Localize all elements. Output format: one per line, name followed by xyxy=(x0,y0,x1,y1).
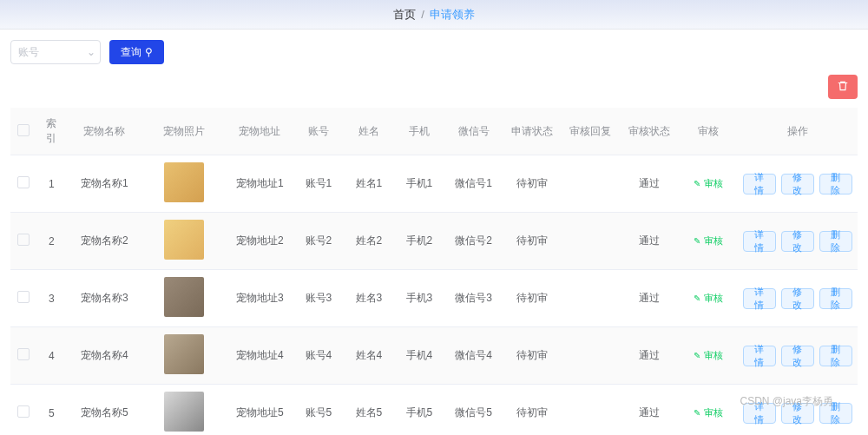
table-row: 2宠物名称2宠物地址2账号2姓名2手机2微信号2待初审通过✎审核详情修改删除 xyxy=(10,213,858,270)
cell-audit-status: 通过 xyxy=(620,385,678,436)
cell-username: 姓名2 xyxy=(344,213,394,270)
cell-apply-status: 待初审 xyxy=(503,270,561,327)
th-audit-status: 审核状态 xyxy=(620,108,678,155)
edit-button[interactable]: 修改 xyxy=(781,288,814,309)
edit-icon: ✎ xyxy=(694,408,700,418)
cell-audit-reply xyxy=(562,213,620,270)
th-wechat: 微信号 xyxy=(444,108,503,155)
audit-link-label: 审核 xyxy=(704,349,723,362)
breadcrumb-sep: / xyxy=(421,8,424,21)
audit-link[interactable]: ✎审核 xyxy=(694,234,723,247)
cell-audit-status: 通过 xyxy=(620,155,678,213)
cell-pet-addr: 宠物地址2 xyxy=(227,213,293,270)
audit-link[interactable]: ✎审核 xyxy=(694,349,723,362)
detail-button[interactable]: 详情 xyxy=(743,288,776,309)
detail-button[interactable]: 详情 xyxy=(743,346,776,366)
edit-icon: ✎ xyxy=(694,293,700,303)
edit-icon: ✎ xyxy=(694,351,700,360)
cell-wechat: 微信号5 xyxy=(444,385,503,436)
audit-link[interactable]: ✎审核 xyxy=(694,292,723,305)
th-apply-status: 申请状态 xyxy=(503,108,561,155)
breadcrumb-home[interactable]: 首页 xyxy=(393,7,416,23)
cell-audit-status: 通过 xyxy=(620,270,678,327)
watermark: CSDN @java李杨勇 xyxy=(740,394,833,409)
cell-wechat: 微信号4 xyxy=(444,327,503,385)
audit-link-label: 审核 xyxy=(704,177,723,190)
cell-username: 姓名3 xyxy=(344,270,394,327)
cell-pet-addr: 宠物地址4 xyxy=(227,327,293,385)
cell-phone: 手机3 xyxy=(394,270,444,327)
pet-thumbnail[interactable] xyxy=(164,392,204,432)
search-icon: ⚲ xyxy=(145,46,153,58)
edit-button[interactable]: 修改 xyxy=(781,174,814,194)
row-checkbox[interactable] xyxy=(17,348,30,360)
cell-wechat: 微信号2 xyxy=(444,213,503,270)
pet-thumbnail[interactable] xyxy=(164,162,204,202)
th-username: 姓名 xyxy=(344,108,394,155)
detail-button[interactable]: 详情 xyxy=(743,174,776,194)
breadcrumb-current: 申请领养 xyxy=(430,7,475,23)
cell-username: 姓名4 xyxy=(344,327,394,385)
cell-phone: 手机4 xyxy=(394,327,444,385)
detail-button[interactable]: 详情 xyxy=(743,231,776,252)
cell-pet-name: 宠物名称1 xyxy=(67,155,141,213)
cell-apply-status: 待初审 xyxy=(503,385,561,436)
edit-button[interactable]: 修改 xyxy=(781,231,814,252)
table-row: 5宠物名称5宠物地址5账号5姓名5手机5微信号5待初审通过✎审核详情修改删除 xyxy=(10,385,858,436)
cell-account: 账号5 xyxy=(293,385,344,436)
delete-button[interactable]: 删除 xyxy=(819,231,852,252)
cell-username: 姓名1 xyxy=(344,155,394,213)
cell-phone: 手机2 xyxy=(394,213,444,270)
breadcrumb: 首页 / 申请领养 xyxy=(0,0,868,30)
th-pet-name: 宠物名称 xyxy=(67,108,141,155)
cell-audit-reply xyxy=(562,327,620,385)
th-phone: 手机 xyxy=(394,108,444,155)
row-checkbox[interactable] xyxy=(17,234,30,246)
cell-pet-addr: 宠物地址5 xyxy=(227,385,293,436)
pet-thumbnail[interactable] xyxy=(164,277,204,317)
search-button-label: 查询 xyxy=(121,45,141,60)
audit-link[interactable]: ✎审核 xyxy=(694,177,723,190)
cell-index: 2 xyxy=(36,213,67,270)
cell-wechat: 微信号3 xyxy=(444,270,503,327)
data-table: 索引 宠物名称 宠物照片 宠物地址 账号 姓名 手机 微信号 申请状态 审核回复… xyxy=(0,108,868,435)
row-checkbox[interactable] xyxy=(17,176,30,188)
pet-thumbnail[interactable] xyxy=(164,220,204,260)
cell-index: 3 xyxy=(36,270,67,327)
cell-wechat: 微信号1 xyxy=(444,155,503,213)
cell-index: 4 xyxy=(36,327,67,385)
select-all-checkbox[interactable] xyxy=(17,124,30,136)
cell-phone: 手机1 xyxy=(394,155,444,213)
audit-link[interactable]: ✎审核 xyxy=(694,406,723,419)
delete-button[interactable]: 删除 xyxy=(819,346,852,366)
cell-pet-name: 宠物名称2 xyxy=(67,213,141,270)
action-bar xyxy=(0,75,868,108)
chevron-down-icon[interactable]: ⌄ xyxy=(87,46,95,58)
row-checkbox[interactable] xyxy=(17,405,30,418)
edit-button[interactable]: 修改 xyxy=(781,346,814,366)
cell-audit-status: 通过 xyxy=(620,213,678,270)
table-row: 3宠物名称3宠物地址3账号3姓名3手机3微信号3待初审通过✎审核详情修改删除 xyxy=(10,270,858,327)
cell-username: 姓名5 xyxy=(344,385,394,436)
cell-pet-name: 宠物名称5 xyxy=(67,385,141,436)
delete-batch-button[interactable] xyxy=(828,75,858,99)
cell-pet-name: 宠物名称3 xyxy=(67,270,141,327)
delete-button[interactable]: 删除 xyxy=(819,174,852,194)
cell-audit-reply xyxy=(562,270,620,327)
delete-button[interactable]: 删除 xyxy=(819,288,852,309)
th-pet-img: 宠物照片 xyxy=(141,108,227,155)
cell-pet-addr: 宠物地址3 xyxy=(227,270,293,327)
cell-audit-status: 通过 xyxy=(620,327,678,385)
pet-thumbnail[interactable] xyxy=(164,334,204,374)
cell-audit-reply xyxy=(562,385,620,436)
edit-icon: ✎ xyxy=(694,179,700,188)
cell-apply-status: 待初审 xyxy=(503,155,561,213)
audit-link-label: 审核 xyxy=(704,406,723,419)
search-input-wrap: ⌄ xyxy=(10,40,101,64)
search-button[interactable]: 查询 ⚲ xyxy=(109,40,164,64)
row-checkbox[interactable] xyxy=(17,291,30,303)
table-row: 1宠物名称1宠物地址1账号1姓名1手机1微信号1待初审通过✎审核详情修改删除 xyxy=(10,155,858,213)
cell-account: 账号1 xyxy=(293,155,344,213)
audit-link-label: 审核 xyxy=(704,234,723,247)
cell-phone: 手机5 xyxy=(394,385,444,436)
